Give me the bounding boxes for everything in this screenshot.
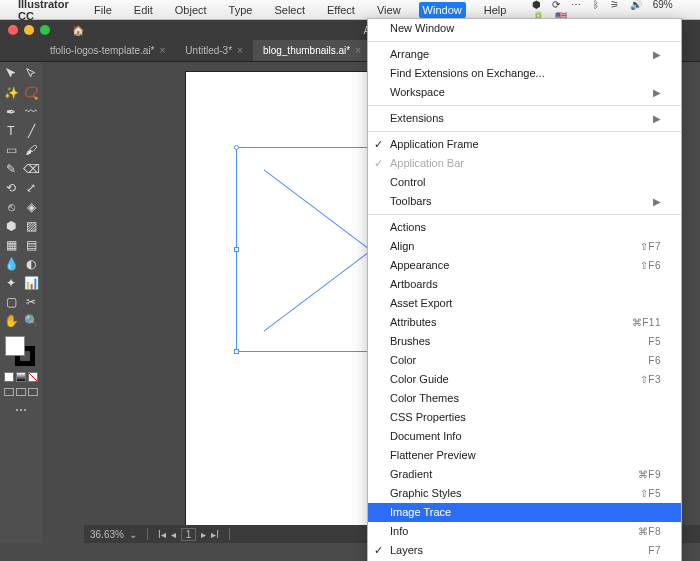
nav-last-icon[interactable]: ▸I — [211, 529, 219, 540]
shaper-tool[interactable]: ✎ — [1, 159, 21, 178]
eraser-tool[interactable]: ⌫ — [21, 159, 41, 178]
symbol-sprayer-tool[interactable]: ✦ — [1, 273, 21, 292]
pen-tool[interactable]: ✒ — [1, 102, 21, 121]
document-tab[interactable]: Untitled-3*× — [175, 40, 253, 61]
menu-item-image-trace[interactable]: Image Trace — [368, 503, 681, 522]
menu-item-artboards[interactable]: Artboards — [368, 275, 681, 294]
menu-item-color-guide[interactable]: Color Guide⇧F3 — [368, 370, 681, 389]
menu-item-info[interactable]: Info⌘F8 — [368, 522, 681, 541]
status-icon[interactable]: ⟳ — [552, 0, 560, 10]
color-mode-none[interactable] — [28, 372, 38, 382]
menu-item-find-extensions-on-exchange[interactable]: Find Extensions on Exchange... — [368, 64, 681, 83]
handle-top-left[interactable] — [234, 145, 239, 150]
menu-type[interactable]: Type — [225, 2, 257, 18]
bluetooth-icon[interactable]: ᛒ — [593, 0, 599, 10]
nav-first-icon[interactable]: I◂ — [158, 529, 166, 540]
menu-item-gradient[interactable]: Gradient⌘F9 — [368, 465, 681, 484]
menu-item-workspace[interactable]: Workspace▶ — [368, 83, 681, 102]
slice-tool[interactable]: ✂ — [21, 292, 41, 311]
menu-edit[interactable]: Edit — [130, 2, 157, 18]
nav-prev-icon[interactable]: ◂ — [171, 529, 176, 540]
edit-toolbar-icon[interactable]: ⋯ — [11, 400, 31, 419]
paintbrush-tool[interactable]: 🖌 — [21, 140, 41, 159]
menu-item-flattener-preview[interactable]: Flattener Preview — [368, 446, 681, 465]
close-tab-icon[interactable]: × — [355, 45, 361, 56]
menu-item-extensions[interactable]: Extensions▶ — [368, 109, 681, 128]
menu-item-color-themes[interactable]: Color Themes — [368, 389, 681, 408]
document-tab[interactable]: tfolio-logos-template.ai*× — [40, 40, 175, 61]
line-tool[interactable]: ╱ — [21, 121, 41, 140]
menu-file[interactable]: File — [90, 2, 116, 18]
menu-item-appearance[interactable]: Appearance⇧F6 — [368, 256, 681, 275]
menu-item-toolbars[interactable]: Toolbars▶ — [368, 192, 681, 211]
menu-item-attributes[interactable]: Attributes⌘F11 — [368, 313, 681, 332]
menu-item-actions[interactable]: Actions — [368, 218, 681, 237]
free-transform-tool[interactable]: ◈ — [21, 197, 41, 216]
rectangle-tool[interactable]: ▭ — [1, 140, 21, 159]
gradient-tool[interactable]: ▤ — [21, 235, 41, 254]
shape-builder-tool[interactable]: ⬢ — [1, 216, 21, 235]
rotate-tool[interactable]: ⟲ — [1, 178, 21, 197]
menu-item-graphic-styles[interactable]: Graphic Styles⇧F5 — [368, 484, 681, 503]
menu-item-align[interactable]: Align⇧F7 — [368, 237, 681, 256]
curvature-tool[interactable]: 〰 — [21, 102, 41, 121]
color-mode-solid[interactable] — [4, 372, 14, 382]
menu-item-control[interactable]: Control — [368, 173, 681, 192]
type-tool[interactable]: T — [1, 121, 21, 140]
menu-view[interactable]: View — [373, 2, 405, 18]
draw-normal-icon[interactable] — [4, 388, 14, 396]
color-mode-gradient[interactable] — [16, 372, 26, 382]
hand-tool[interactable]: ✋ — [1, 311, 21, 330]
direct-selection-tool[interactable] — [21, 64, 41, 83]
selection-tool[interactable] — [1, 64, 21, 83]
menu-item-layers[interactable]: ✓LayersF7 — [368, 541, 681, 560]
menu-item-new-window[interactable]: New Window — [368, 19, 681, 38]
zoom-tool[interactable]: 🔍 — [21, 311, 41, 330]
menu-item-brushes[interactable]: BrushesF5 — [368, 332, 681, 351]
width-tool[interactable]: ⎋ — [1, 197, 21, 216]
close-tab-icon[interactable]: × — [160, 45, 166, 56]
menu-item-css-properties[interactable]: CSS Properties — [368, 408, 681, 427]
document-tab[interactable]: blog_thumbnails.ai*× — [253, 40, 371, 61]
draw-behind-icon[interactable] — [16, 388, 26, 396]
menu-object[interactable]: Object — [171, 2, 211, 18]
menu-window[interactable]: Window — [419, 2, 466, 18]
close-window-button[interactable] — [8, 25, 18, 35]
close-tab-icon[interactable]: × — [237, 45, 243, 56]
maximize-window-button[interactable] — [40, 25, 50, 35]
status-icon[interactable]: ⬢ — [532, 0, 541, 10]
menu-item-color[interactable]: ColorF6 — [368, 351, 681, 370]
eyedropper-tool[interactable]: 💧 — [1, 254, 21, 273]
home-icon[interactable]: 🏠 — [72, 25, 84, 36]
menu-help[interactable]: Help — [480, 2, 511, 18]
fill-stroke-swatches[interactable] — [5, 336, 37, 368]
menu-effect[interactable]: Effect — [323, 2, 359, 18]
fill-swatch[interactable] — [5, 336, 25, 356]
minimize-window-button[interactable] — [24, 25, 34, 35]
draw-inside-icon[interactable] — [28, 388, 38, 396]
volume-icon[interactable]: 🔊 — [630, 0, 642, 10]
wifi-icon[interactable]: ⚞ — [610, 0, 619, 10]
perspective-tool[interactable]: ▨ — [21, 216, 41, 235]
blend-tool[interactable]: ◐ — [21, 254, 41, 273]
artboard-number[interactable]: 1 — [181, 528, 197, 541]
scale-tool[interactable]: ⤢ — [21, 178, 41, 197]
zoom-level[interactable]: 36.63% — [90, 529, 124, 540]
lasso-tool[interactable]: 📿 — [21, 83, 41, 102]
menu-item-asset-export[interactable]: Asset Export — [368, 294, 681, 313]
menu-select[interactable]: Select — [270, 2, 309, 18]
zoom-dropdown-icon[interactable]: ⌄ — [129, 529, 137, 540]
handle-bot-left[interactable] — [234, 349, 239, 354]
nav-next-icon[interactable]: ▸ — [201, 529, 206, 540]
battery-percent[interactable]: 69% — [653, 0, 673, 10]
menu-item-application-frame[interactable]: ✓Application Frame — [368, 135, 681, 154]
app-name[interactable]: Illustrator CC — [18, 0, 78, 22]
magic-wand-tool[interactable]: ✨ — [1, 83, 21, 102]
handle-mid-left[interactable] — [234, 247, 239, 252]
artboard-tool[interactable]: ▢ — [1, 292, 21, 311]
menu-item-arrange[interactable]: Arrange▶ — [368, 45, 681, 64]
menu-item-document-info[interactable]: Document Info — [368, 427, 681, 446]
mesh-tool[interactable]: ▦ — [1, 235, 21, 254]
column-graph-tool[interactable]: 📊 — [21, 273, 41, 292]
status-icon[interactable]: ⋯ — [571, 0, 581, 10]
